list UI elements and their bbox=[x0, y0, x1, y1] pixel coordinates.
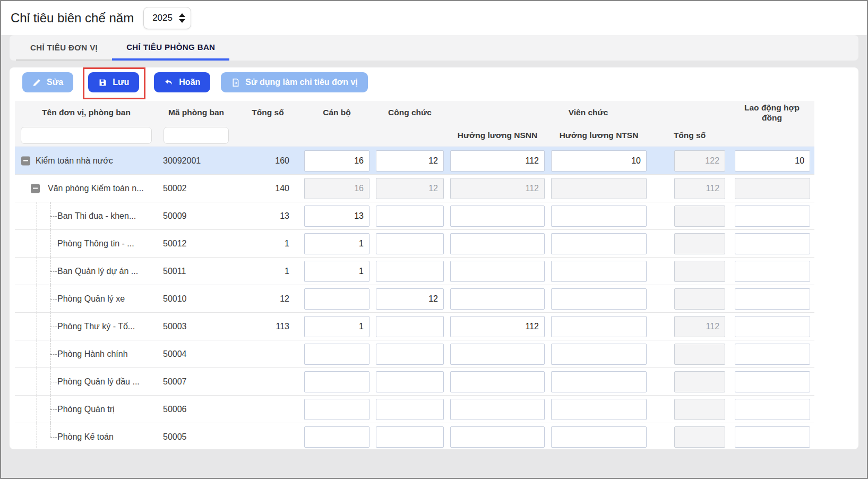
undo-button[interactable]: Hoãn bbox=[154, 72, 210, 92]
quota-input-congchuc[interactable] bbox=[376, 261, 444, 282]
quota-input-nsnn[interactable] bbox=[450, 206, 545, 227]
tab-chi-tieu-don-vi[interactable]: CHỈ TIÊU ĐƠN VỊ bbox=[16, 35, 112, 61]
row-total: 160 bbox=[235, 147, 301, 175]
table-row[interactable]: Ban Thi đua - khen...5000913 bbox=[15, 202, 814, 230]
quota-input-canbo[interactable] bbox=[304, 206, 369, 227]
quota-input-ldhd[interactable] bbox=[735, 150, 810, 172]
quota-input-ldhd[interactable] bbox=[735, 371, 810, 392]
quota-input-congchuc[interactable] bbox=[376, 371, 444, 392]
spinner-up-icon[interactable] bbox=[179, 13, 185, 17]
quota-input-canbo[interactable] bbox=[304, 426, 369, 448]
quota-input-ldhd[interactable] bbox=[735, 206, 810, 227]
quota-input-congchuc[interactable] bbox=[376, 316, 444, 337]
quota-input-nsnn[interactable] bbox=[450, 371, 545, 392]
table-row[interactable]: Phòng Quản lý đầu ...50007 bbox=[15, 368, 814, 396]
quota-input-nsnn[interactable] bbox=[450, 233, 545, 254]
use-as-unit-button[interactable]: Sử dụng làm chỉ tiêu đơn vị bbox=[221, 72, 367, 92]
quota-input-nsnn[interactable] bbox=[450, 261, 545, 282]
tree-line-outer bbox=[37, 340, 37, 367]
quota-input-congchuc[interactable] bbox=[376, 288, 444, 310]
quota-input-nsnn[interactable] bbox=[450, 399, 545, 420]
toolbar: Sửa Lưu bbox=[15, 67, 853, 92]
quota-input-ldhd[interactable] bbox=[735, 316, 810, 337]
quota-input-ldhd[interactable] bbox=[735, 261, 810, 282]
table-body: Kiểm toán nhà nước30092001160Văn phòng K… bbox=[15, 147, 814, 450]
quota-input-canbo[interactable] bbox=[304, 288, 369, 310]
quota-input-canbo[interactable] bbox=[304, 233, 369, 254]
collapse-icon[interactable] bbox=[21, 156, 30, 165]
tree-branch bbox=[50, 271, 57, 272]
tab-chi-tieu-phong-ban[interactable]: CHỈ TIÊU PHÒNG BAN bbox=[112, 35, 229, 61]
spinner-down-icon[interactable] bbox=[179, 19, 185, 23]
table-row[interactable]: Phòng Thư ký - Tổ...50003113 bbox=[15, 313, 814, 340]
save-button[interactable]: Lưu bbox=[88, 72, 139, 92]
quota-input-congchuc[interactable] bbox=[376, 344, 444, 365]
table-row[interactable]: Phòng Quản trị50006 bbox=[15, 396, 814, 423]
unit-name-cell: Ban Thi đua - khen... bbox=[15, 202, 158, 230]
quota-input-congchuc[interactable] bbox=[376, 426, 444, 448]
table-row[interactable]: Kiểm toán nhà nước30092001160 bbox=[15, 147, 814, 175]
row-total bbox=[235, 423, 301, 450]
quota-input-canbo[interactable] bbox=[304, 371, 369, 392]
quota-input-ntsn[interactable] bbox=[551, 316, 647, 337]
quota-input-nsnn[interactable] bbox=[450, 344, 545, 365]
quota-cell-congchuc bbox=[373, 313, 447, 340]
quota-input-canbo[interactable] bbox=[304, 150, 369, 172]
year-spinner[interactable]: 2025 bbox=[143, 7, 191, 29]
header-ntsn: Hưởng lương NTSN bbox=[548, 124, 650, 147]
code-filter-input[interactable] bbox=[164, 127, 229, 144]
quota-input-nsnn[interactable] bbox=[450, 316, 545, 337]
quota-input-canbo[interactable] bbox=[304, 399, 369, 420]
edit-button-label: Sửa bbox=[47, 78, 63, 87]
name-filter-input[interactable] bbox=[21, 127, 152, 144]
quota-input-canbo[interactable] bbox=[304, 316, 369, 337]
quota-input-ldhd[interactable] bbox=[735, 233, 810, 254]
quota-input-ntsn[interactable] bbox=[551, 288, 647, 310]
table-row[interactable]: Văn phòng Kiểm toán n...50002140 bbox=[15, 175, 814, 202]
unit-name-cell: Ban Quản lý dự án ... bbox=[15, 258, 158, 285]
table-row[interactable]: Phòng Hành chính50004 bbox=[15, 340, 814, 368]
edit-button[interactable]: Sửa bbox=[22, 72, 73, 92]
quota-cell-congchuc bbox=[373, 368, 447, 396]
quota-cell-ntsn bbox=[548, 230, 650, 258]
quota-input-ntsn[interactable] bbox=[551, 233, 647, 254]
quota-input-ntsn[interactable] bbox=[551, 426, 647, 448]
quota-input-congchuc[interactable] bbox=[376, 150, 444, 172]
quota-input-congchuc[interactable] bbox=[376, 233, 444, 254]
collapse-icon[interactable] bbox=[31, 184, 40, 193]
year-value[interactable]: 2025 bbox=[152, 13, 173, 23]
quota-input-ldhd[interactable] bbox=[735, 344, 810, 365]
quota-input-ldhd[interactable] bbox=[735, 426, 810, 448]
quota-cell-ntsn bbox=[548, 258, 650, 285]
quota-input-ldhd bbox=[735, 178, 810, 199]
quota-cell-vctot bbox=[650, 313, 729, 340]
quota-input-congchuc[interactable] bbox=[376, 206, 444, 227]
quota-input-nsnn[interactable] bbox=[450, 150, 545, 172]
quota-input-ntsn[interactable] bbox=[551, 150, 647, 172]
row-total: 1 bbox=[235, 230, 301, 258]
unit-name-cell: Phòng Quản lý đầu ... bbox=[15, 368, 158, 396]
table-row[interactable]: Phòng Thông tin - ...500121 bbox=[15, 230, 814, 258]
quota-cell-congchuc bbox=[373, 423, 447, 450]
quota-input-ntsn[interactable] bbox=[551, 399, 647, 420]
quota-input-ldhd[interactable] bbox=[735, 288, 810, 310]
quota-cell-vctot bbox=[650, 340, 729, 368]
quota-input-nsnn[interactable] bbox=[450, 288, 545, 310]
quota-input-nsnn[interactable] bbox=[450, 426, 545, 448]
quota-input-ntsn[interactable] bbox=[551, 344, 647, 365]
quota-input-congchuc[interactable] bbox=[376, 399, 444, 420]
tree-line-outer bbox=[37, 202, 37, 229]
table-row[interactable]: Phòng Quản lý xe5001012 bbox=[15, 285, 814, 313]
quota-input-canbo[interactable] bbox=[304, 261, 369, 282]
quota-input-ntsn[interactable] bbox=[551, 371, 647, 392]
quota-input-ldhd[interactable] bbox=[735, 399, 810, 420]
table-row[interactable]: Ban Quản lý dự án ...500111 bbox=[15, 258, 814, 285]
department-code: 50009 bbox=[158, 202, 235, 230]
quota-cell-ntsn bbox=[548, 175, 650, 202]
table-row[interactable]: Phòng Kế toán50005 bbox=[15, 423, 814, 450]
quota-input-ntsn[interactable] bbox=[551, 206, 647, 227]
save-button-label: Lưu bbox=[113, 78, 129, 87]
quota-cell-ldhd bbox=[729, 313, 814, 340]
quota-input-canbo[interactable] bbox=[304, 344, 369, 365]
quota-input-ntsn[interactable] bbox=[551, 261, 647, 282]
